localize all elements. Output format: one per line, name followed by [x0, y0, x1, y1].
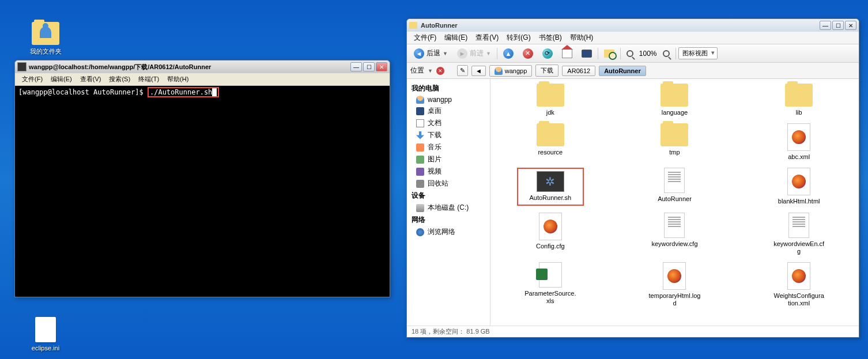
- terminal-menubar: 文件(F) 编辑(E) 查看(V) 搜索(S) 终端(T) 帮助(H): [15, 73, 390, 86]
- user-icon: [416, 96, 424, 104]
- chevron-down-icon: ▼: [443, 51, 448, 56]
- terminal-command: ./AutoRunner.sh: [150, 88, 212, 96]
- computer-button[interactable]: [578, 47, 595, 61]
- terminal-body[interactable]: [wangpp@localhost AutoRunner]$ ./AutoRun…: [15, 86, 390, 297]
- back-button[interactable]: ◄ 后退 ▼: [410, 47, 451, 61]
- menu-help[interactable]: 帮助(H): [567, 32, 597, 44]
- close-button[interactable]: ✕: [845, 21, 856, 30]
- reload-button[interactable]: ⟳: [539, 47, 556, 61]
- home-button[interactable]: [558, 47, 576, 61]
- sidebar-item-video[interactable]: 视频: [407, 165, 490, 177]
- fm-toolbar: ◄ 后退 ▼ ► 前进 ▼ ▲ ✕ ⟳ 100% 图标视图: [407, 44, 859, 63]
- chevron-down-icon[interactable]: ▼: [428, 68, 433, 74]
- folder-icon: [409, 22, 417, 29]
- desktop-my-folder[interactable]: 我的文件夹: [25, 22, 66, 56]
- minimize-button[interactable]: —: [350, 62, 362, 71]
- terminal-cursor: [212, 88, 217, 96]
- file-parametersource[interactable]: ParameterSource.xls: [524, 262, 576, 307]
- file-lib[interactable]: lib: [773, 84, 825, 116]
- path-back-arrow[interactable]: ◄: [471, 66, 486, 76]
- file-keywordview[interactable]: keywordview.cfg: [648, 213, 700, 255]
- zoom-out-button[interactable]: [623, 47, 637, 61]
- menu-go[interactable]: 转到(G): [503, 32, 534, 44]
- maximize-button[interactable]: ☐: [832, 21, 844, 30]
- disk-icon: [416, 204, 424, 212]
- file-tmp[interactable]: tmp: [648, 123, 700, 161]
- folder-icon: [32, 22, 59, 45]
- forward-icon: ►: [457, 48, 467, 59]
- file-manager-window: AutoRunner — ☐ ✕ 文件(F) 编辑(E) 查看(V) 转到(G)…: [406, 18, 859, 338]
- sidebar-item-trash[interactable]: 回收站: [407, 177, 490, 190]
- sidebar-header-computer: 我的电脑: [407, 82, 490, 95]
- sidebar-item-browse-network[interactable]: 浏览网络: [407, 226, 490, 238]
- home-icon: [562, 49, 572, 58]
- sidebar-item-download[interactable]: 下载: [407, 129, 490, 141]
- up-button[interactable]: ▲: [500, 47, 517, 61]
- folder-icon: [537, 123, 564, 146]
- menu-view[interactable]: 查看(V): [77, 74, 105, 85]
- back-icon: ◄: [414, 48, 424, 59]
- menu-search[interactable]: 搜索(S): [105, 74, 134, 85]
- script-icon: [537, 171, 564, 192]
- path-autorunner[interactable]: AutoRunner: [599, 66, 646, 76]
- sidebar-item-desktop[interactable]: 桌面: [407, 105, 490, 117]
- file-resource[interactable]: resource: [524, 123, 576, 161]
- xls-icon: [539, 262, 562, 288]
- fm-body: 我的电脑 wangpp 桌面 文档 下载 音乐 图片 视频 回收站 设备 本地磁…: [407, 79, 859, 326]
- file-temporaryhtml[interactable]: temporaryHtml.logd: [648, 262, 700, 307]
- file-abcxml[interactable]: abc.xml: [773, 123, 825, 161]
- zoom-in-button[interactable]: [659, 47, 673, 61]
- path-ar0612[interactable]: AR0612: [562, 66, 595, 76]
- path-user[interactable]: wangpp: [489, 65, 533, 77]
- fm-statusbar: 18 项，剩余空间： 81.9 GB: [407, 326, 859, 337]
- cfg-icon: [788, 213, 809, 238]
- path-download[interactable]: 下载: [535, 65, 558, 77]
- path-edit-toggle[interactable]: ✎: [457, 65, 468, 76]
- sidebar-item-local-disk[interactable]: 本地磁盘 (C:): [407, 202, 490, 214]
- sidebar-item-pictures[interactable]: 图片: [407, 153, 490, 165]
- menu-file[interactable]: 文件(F): [18, 74, 46, 85]
- cfg-icon: [539, 213, 562, 240]
- file-language[interactable]: language: [648, 84, 700, 116]
- sidebar-item-user[interactable]: wangpp: [407, 95, 490, 105]
- fm-title: AutoRunner: [421, 22, 820, 29]
- file-keywordviewen[interactable]: keywordviewEn.cfg: [773, 213, 825, 255]
- forward-button[interactable]: ► 前进 ▼: [454, 47, 495, 61]
- clear-location-button[interactable]: ✕: [436, 67, 444, 75]
- file-blankhtml[interactable]: blankHtml.html: [773, 168, 825, 205]
- maximize-button[interactable]: ☐: [363, 62, 375, 71]
- desktop-eclipse-ini[interactable]: eclipse.ini: [25, 317, 66, 352]
- sidebar-item-music[interactable]: 音乐: [407, 141, 490, 153]
- menu-edit[interactable]: 编辑(E): [441, 32, 471, 44]
- terminal-titlebar[interactable]: wangpp@localhost:/home/wangpp/下载/AR0612/…: [15, 61, 390, 73]
- separator: [598, 48, 598, 59]
- menu-view[interactable]: 查看(V): [472, 32, 502, 44]
- fm-titlebar[interactable]: AutoRunner — ☐ ✕: [407, 19, 859, 32]
- desktop-icon-label: eclipse.ini: [25, 345, 66, 352]
- file-jdk[interactable]: jdk: [524, 84, 576, 116]
- menu-help[interactable]: 帮助(H): [164, 74, 192, 85]
- computer-icon: [582, 50, 592, 58]
- menu-file[interactable]: 文件(F): [410, 32, 440, 44]
- file-configcfg[interactable]: Config.cfg: [524, 213, 576, 255]
- menu-bookmarks[interactable]: 书签(B): [535, 32, 565, 44]
- file-icon: [35, 317, 56, 342]
- view-mode-select[interactable]: 图标视图: [678, 47, 718, 59]
- xml-icon: [787, 262, 810, 290]
- fm-content[interactable]: jdk language lib resource tmp abc.xml Au…: [490, 79, 859, 326]
- search-button[interactable]: [601, 47, 618, 61]
- fm-sidebar: 我的电脑 wangpp 桌面 文档 下载 音乐 图片 视频 回收站 设备 本地磁…: [407, 79, 490, 326]
- xml-icon: [787, 123, 810, 151]
- minimize-button[interactable]: —: [820, 21, 831, 30]
- close-button[interactable]: ✕: [376, 62, 387, 71]
- file-autorunner-sh[interactable]: AutoRunner.sh: [517, 168, 584, 205]
- document-icon: [416, 119, 424, 127]
- file-weightsconfig[interactable]: WeightsConfiguration.xml: [773, 262, 825, 307]
- stop-button[interactable]: ✕: [519, 47, 537, 61]
- menu-edit[interactable]: 编辑(E): [47, 74, 76, 85]
- file-autorunner[interactable]: AutoRunner: [648, 168, 700, 205]
- sidebar-item-docs[interactable]: 文档: [407, 117, 490, 129]
- zoom-level: 100%: [639, 50, 657, 58]
- menu-terminal[interactable]: 终端(T): [135, 74, 163, 85]
- terminal-window: wangpp@localhost:/home/wangpp/下载/AR0612/…: [14, 60, 390, 297]
